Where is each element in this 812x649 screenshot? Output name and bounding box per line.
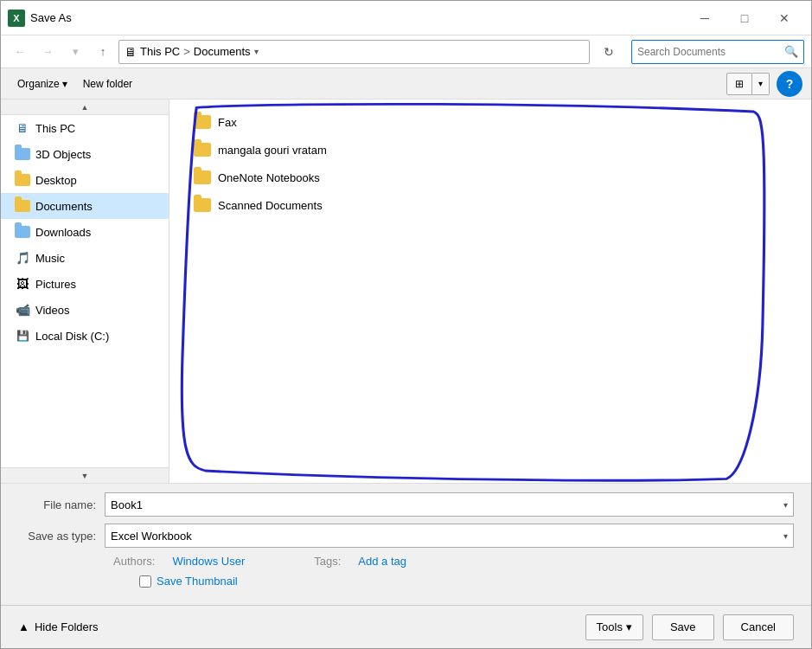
sidebar-downloads-label: Downloads: [35, 226, 91, 239]
music-icon: 🎵: [15, 250, 30, 266]
sidebar-item-desktop[interactable]: Desktop: [1, 167, 169, 193]
drive-icon: 💾: [16, 330, 29, 342]
sidebar-item-documents[interactable]: Documents: [1, 193, 169, 219]
authors-link[interactable]: Windows User: [172, 555, 245, 568]
filename-input-wrapper[interactable]: ▾: [105, 492, 794, 517]
thumbnail-label[interactable]: Save Thumbnail: [157, 575, 238, 588]
filename-row: File name: ▾: [18, 492, 794, 517]
forward-button[interactable]: →: [35, 40, 60, 64]
back-button[interactable]: ←: [8, 40, 32, 64]
downloads-icon: [15, 224, 30, 240]
filename-dropdown-arrow[interactable]: ▾: [783, 500, 788, 510]
tags-link[interactable]: Add a tag: [358, 555, 406, 568]
sidebar-item-localdisk[interactable]: 💾 Local Disk (C:): [1, 323, 169, 349]
sidebar-item-this-pc[interactable]: 🖥 This PC: [1, 115, 169, 141]
folder-icon-scanned: [194, 198, 211, 212]
cancel-button[interactable]: Cancel: [723, 614, 794, 640]
sidebar-item-3dobjects[interactable]: 3D Objects: [1, 141, 169, 167]
pictures-folder-icon: 🖼: [16, 277, 29, 291]
organize-label: Organize: [17, 78, 60, 90]
save-as-dialog: X Save As ─ □ ✕ ← → ▾ ↑ 🖥 This PC > Docu…: [0, 0, 812, 649]
maximize-button[interactable]: □: [725, 1, 764, 35]
music-folder-icon: 🎵: [16, 251, 30, 265]
view-button[interactable]: ⊞: [726, 73, 752, 95]
new-folder-button[interactable]: New folder: [75, 73, 140, 95]
sidebar-item-downloads[interactable]: Downloads: [1, 219, 169, 245]
organize-button[interactable]: Organize ▾: [10, 73, 75, 95]
folder-icon-onenote: [194, 170, 211, 184]
refresh-button[interactable]: ↻: [597, 40, 621, 64]
filetype-dropdown-arrow[interactable]: ▾: [783, 531, 788, 541]
3dobjects-icon: [15, 146, 30, 162]
folder-3dobjects: [15, 148, 30, 160]
hide-folders-button[interactable]: ▲ Hide Folders: [18, 620, 99, 633]
breadcrumb-computer-icon: 🖥: [125, 45, 137, 59]
save-button[interactable]: Save: [652, 614, 714, 640]
excel-logo: X: [8, 10, 25, 27]
filename-label: File name:: [18, 498, 105, 511]
sidebar-item-music[interactable]: 🎵 Music: [1, 245, 169, 271]
excel-app-icon: X: [8, 10, 25, 27]
up-button[interactable]: ↑: [91, 40, 115, 64]
window-controls: ─ □ ✕: [685, 1, 804, 35]
sidebar-this-pc-label: This PC: [35, 122, 75, 135]
file-name-scanned: Scanned Documents: [218, 199, 323, 212]
breadcrumb-sep1: >: [183, 45, 190, 58]
folder-downloads: [15, 226, 30, 238]
address-bar[interactable]: 🖥 This PC > Documents ▾: [118, 40, 590, 64]
meta-row: Authors: Windows User Tags: Add a tag: [18, 555, 794, 568]
sidebar-documents-label: Documents: [35, 200, 93, 213]
tags-label: Tags:: [314, 555, 341, 568]
file-name-fax: Fax: [218, 116, 237, 129]
help-button[interactable]: ?: [777, 71, 802, 97]
file-item-mangala[interactable]: mangala gouri vratam: [187, 136, 794, 164]
search-box[interactable]: 🔍: [631, 40, 804, 64]
videos-folder-icon: 📹: [16, 303, 30, 317]
sidebar-desktop-label: Desktop: [35, 174, 77, 187]
search-input[interactable]: [637, 46, 784, 58]
folder-icon-fax: [194, 115, 211, 129]
dropdown-history-button[interactable]: ▾: [63, 40, 87, 64]
thumbnail-row: Save Thumbnail: [18, 575, 794, 588]
title-bar: X Save As ─ □ ✕: [1, 1, 811, 35]
breadcrumb-this-pc: This PC: [140, 45, 180, 58]
localdisk-icon: 💾: [15, 328, 30, 344]
organize-dropdown-icon: ▾: [62, 78, 67, 90]
content-area: ▲ 🖥 This PC 3D Objects Desktop: [1, 100, 811, 483]
folder-icon-mangala: [194, 143, 211, 157]
navigation-bar: ← → ▾ ↑ 🖥 This PC > Documents ▾ ↻ 🔍: [1, 35, 811, 68]
filename-input[interactable]: [111, 498, 783, 511]
tools-label: Tools: [597, 620, 623, 633]
thumbnail-checkbox[interactable]: [139, 575, 151, 588]
search-icon: 🔍: [784, 45, 798, 58]
new-folder-label: New folder: [83, 78, 132, 90]
sidebar-localdisk-label: Local Disk (C:): [35, 330, 109, 343]
dialog-title: Save As: [30, 11, 685, 24]
breadcrumb-end-arrow[interactable]: ▾: [254, 47, 259, 56]
filetype-label: Save as type:: [18, 530, 105, 543]
sidebar-scroll-up[interactable]: ▲: [1, 100, 169, 115]
tools-button[interactable]: Tools ▾: [585, 614, 643, 640]
hide-folders-label: Hide Folders: [35, 620, 99, 633]
minimize-button[interactable]: ─: [685, 1, 725, 35]
file-item-scanned[interactable]: Scanned Documents: [187, 191, 794, 219]
form-area: File name: ▾ Save as type: Excel Workboo…: [1, 483, 811, 605]
view-dropdown-button[interactable]: ▾: [752, 73, 770, 95]
file-item-onenote[interactable]: OneNote Notebooks: [187, 164, 794, 191]
documents-icon: [15, 198, 30, 214]
file-area: Fax mangala gouri vratam OneNote Noteboo…: [169, 100, 811, 483]
authors-label: Authors:: [113, 555, 155, 568]
sidebar-item-pictures[interactable]: 🖼 Pictures: [1, 271, 169, 297]
close-button[interactable]: ✕: [764, 1, 804, 35]
filetype-select[interactable]: Excel Workbook ▾: [105, 524, 794, 548]
folder-desktop: [15, 174, 30, 186]
hide-folders-arrow: ▲: [18, 620, 29, 633]
action-bar: ▲ Hide Folders Tools ▾ Save Cancel: [1, 605, 811, 648]
sidebar-scroll-down[interactable]: ▼: [1, 467, 169, 483]
sidebar-item-videos[interactable]: 📹 Videos: [1, 297, 169, 323]
filetype-row: Save as type: Excel Workbook ▾: [18, 524, 794, 548]
file-item-fax[interactable]: Fax: [187, 108, 794, 136]
file-name-onenote: OneNote Notebooks: [218, 171, 320, 184]
videos-icon: 📹: [15, 302, 30, 318]
tools-dropdown-arrow: ▾: [626, 620, 632, 633]
